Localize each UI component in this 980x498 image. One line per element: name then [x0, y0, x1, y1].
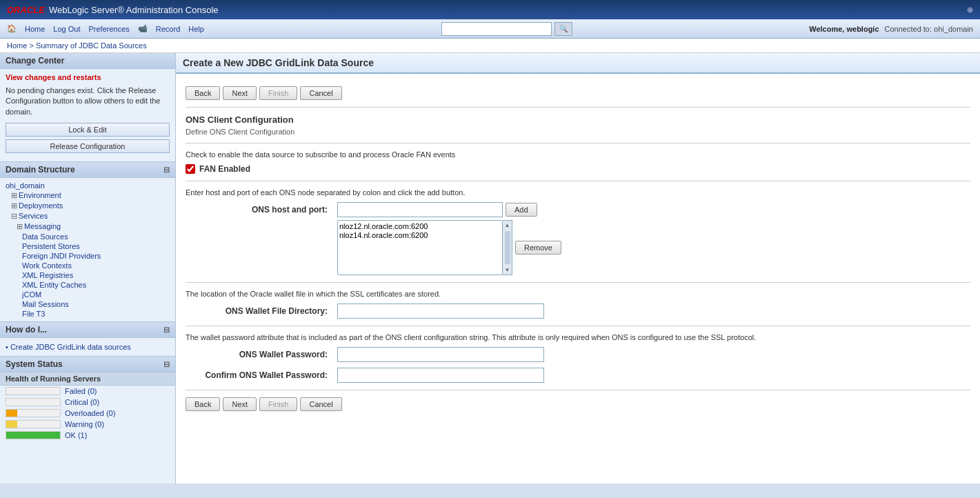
tree-item-xml-entity-caches[interactable]: XML Entity Caches — [0, 280, 175, 290]
view-changes-link[interactable]: View changes and restarts — [6, 73, 170, 81]
health-bar-failed — [6, 387, 61, 395]
top-button-row: Back Next Finish Cancel — [186, 86, 970, 100]
tree-item-file-t3[interactable]: File T3 — [0, 309, 175, 319]
system-status-title: System Status ⊟ — [0, 357, 175, 372]
wallet-pwd-input[interactable] — [337, 347, 544, 362]
sidebar: Change Center View changes and restarts … — [0, 53, 176, 484]
fan-enabled-label: FAN Enabled — [199, 164, 250, 174]
wallet-pwd-control — [337, 347, 970, 362]
change-center-title: Change Center — [0, 53, 175, 69]
app-title: WebLogic Server® Administration Console — [49, 5, 219, 15]
domain-structure: Domain Structure ⊟ ohi_domain ⊞Environme… — [0, 162, 175, 322]
domain-tree: ohi_domain ⊞Environment ⊞Deployments ⊟Se… — [0, 178, 175, 321]
ons-listbox-area: nloz12.nl.oracle.com:6200 nloz14.nl.orac… — [337, 220, 970, 275]
wallet-dir-input[interactable] — [337, 303, 544, 319]
tree-item-deployments[interactable]: ⊞Deployments — [0, 201, 175, 211]
page-title-bar: Create a New JDBC GridLink Data Source — [176, 53, 980, 74]
ons-host-desc: Enter host and port of each ONS node sep… — [186, 188, 970, 197]
tree-item-mail-sessions[interactable]: Mail Sessions — [0, 299, 175, 309]
cancel-button-top[interactable]: Cancel — [300, 86, 341, 100]
navbar: 🏠 Home Log Out Preferences 📹 Record Help… — [0, 19, 980, 39]
search-input[interactable] — [441, 22, 552, 36]
lock-edit-button[interactable]: Lock & Edit — [6, 123, 170, 137]
how-do-i-collapse[interactable]: ⊟ — [163, 326, 170, 335]
nav-preferences[interactable]: Preferences — [88, 25, 129, 33]
scrollbar-thumb — [505, 231, 510, 264]
release-configuration-button[interactable]: Release Configuration — [6, 139, 170, 153]
home-icon: 🏠 — [7, 24, 17, 33]
wallet-pwd-row: ONS Wallet Password: — [186, 347, 970, 362]
ons-input-row: Add — [337, 202, 970, 217]
main-layout: Change Center View changes and restarts … — [0, 53, 980, 484]
change-center-description: No pending changes exist. Click the Rele… — [6, 86, 170, 117]
next-button-bottom[interactable]: Next — [223, 397, 257, 411]
header-left: ORACLE WebLogic Server® Administration C… — [7, 5, 219, 15]
ons-host-input[interactable] — [337, 202, 503, 217]
finish-button-bottom[interactable]: Finish — [259, 397, 297, 411]
ons-host-control: Add nloz12.nl.oracle.com:6200 nloz14.nl.… — [337, 202, 970, 275]
how-do-i-section: How do I... ⊟ Create JDBC GridLink data … — [0, 322, 175, 357]
health-label-failed[interactable]: Failed (0) — [65, 387, 97, 395]
tree-item-services[interactable]: ⊟Services — [0, 211, 175, 221]
cancel-button-bottom[interactable]: Cancel — [300, 397, 341, 411]
nav-record[interactable]: Record — [156, 25, 180, 33]
domain-structure-collapse[interactable]: ⊟ — [163, 166, 170, 175]
health-label-warning[interactable]: Warning (0) — [65, 420, 104, 428]
remove-btn-col: Remove — [512, 220, 561, 275]
domain-structure-title: Domain Structure ⊟ — [0, 162, 175, 178]
tree-item-foreign-jndi[interactable]: Foreign JNDI Providers — [0, 251, 175, 261]
fan-enabled-checkbox[interactable] — [186, 164, 195, 174]
breadcrumb-home[interactable]: Home — [7, 41, 27, 50]
tree-item-data-sources[interactable]: Data Sources — [0, 232, 175, 241]
confirm-pwd-label: Confirm ONS Wallet Password: — [186, 368, 337, 380]
how-do-i-title: How do I... ⊟ — [0, 322, 175, 338]
tree-item-xml-registries[interactable]: XML Registries — [0, 270, 175, 280]
tree-item-jcom[interactable]: jCOM — [0, 290, 175, 299]
back-button-bottom[interactable]: Back — [186, 397, 220, 411]
back-button-top[interactable]: Back — [186, 86, 220, 100]
tree-item-environment[interactable]: ⊞Environment — [0, 190, 175, 201]
confirm-pwd-input[interactable] — [337, 368, 544, 383]
system-status: System Status ⊟ Health of Running Server… — [0, 357, 175, 441]
health-row-warning: Warning (0) — [0, 419, 175, 430]
oracle-logo: ORACLE — [7, 5, 45, 15]
health-bar-critical — [6, 398, 61, 406]
page-title: Create a New JDBC GridLink Data Source — [183, 57, 374, 68]
health-label-critical[interactable]: Critical (0) — [65, 398, 99, 406]
app-header: ORACLE WebLogic Server® Administration C… — [0, 0, 980, 19]
wallet-dir-label: ONS Wallet File Directory: — [186, 303, 337, 316]
wallet-pwd-desc: The wallet password attribute that is in… — [186, 333, 970, 341]
wallet-pwd-label: ONS Wallet Password: — [186, 347, 337, 359]
finish-button-top[interactable]: Finish — [259, 86, 297, 100]
how-item-create-jdbc[interactable]: Create JDBC GridLink data sources — [6, 342, 170, 352]
health-label-ok[interactable]: OK (1) — [65, 431, 87, 439]
scrollbar-down[interactable]: ▼ — [505, 266, 510, 275]
add-button[interactable]: Add — [506, 203, 537, 217]
tree-item-messaging[interactable]: ⊞Messaging — [0, 221, 175, 232]
ons-host-row: ONS host and port: Add nloz12.nl.oracle.… — [186, 202, 970, 275]
breadcrumb-current: Summary of JDBC Data Sources — [36, 41, 147, 50]
next-button-top[interactable]: Next — [223, 86, 257, 100]
wifi-icon: ⊕ — [967, 6, 973, 14]
listbox-scrollbar: ▲ ▼ — [503, 220, 512, 275]
health-label-overloaded[interactable]: Overloaded (0) — [65, 409, 115, 417]
nav-help[interactable]: Help — [188, 25, 204, 33]
ons-listbox[interactable]: nloz12.nl.oracle.com:6200 nloz14.nl.orac… — [337, 220, 503, 275]
tree-item-ohi-domain[interactable]: ohi_domain — [0, 181, 175, 190]
how-do-i-content: Create JDBC GridLink data sources — [0, 338, 175, 356]
breadcrumb: Home > Summary of JDBC Data Sources — [0, 39, 980, 53]
confirm-pwd-row: Confirm ONS Wallet Password: — [186, 368, 970, 383]
ons-listbox-wrapper: nloz12.nl.oracle.com:6200 nloz14.nl.orac… — [337, 220, 512, 275]
remove-button[interactable]: Remove — [515, 241, 561, 255]
health-row-overloaded: Overloaded (0) — [0, 408, 175, 419]
system-status-collapse[interactable]: ⊟ — [163, 360, 170, 369]
nav-logout[interactable]: Log Out — [53, 25, 80, 33]
scrollbar-up[interactable]: ▲ — [505, 221, 510, 230]
ons-host-item-2[interactable]: nloz14.nl.oracle.com:6200 — [339, 231, 501, 240]
section-heading: ONS Client Configuration — [186, 114, 970, 125]
nav-home[interactable]: Home — [25, 25, 45, 33]
ons-host-item-1[interactable]: nloz12.nl.oracle.com:6200 — [339, 222, 501, 231]
tree-item-persistent-stores[interactable]: Persistent Stores — [0, 241, 175, 251]
tree-item-work-contexts[interactable]: Work Contexts — [0, 261, 175, 270]
search-button[interactable]: 🔍 — [554, 22, 572, 36]
